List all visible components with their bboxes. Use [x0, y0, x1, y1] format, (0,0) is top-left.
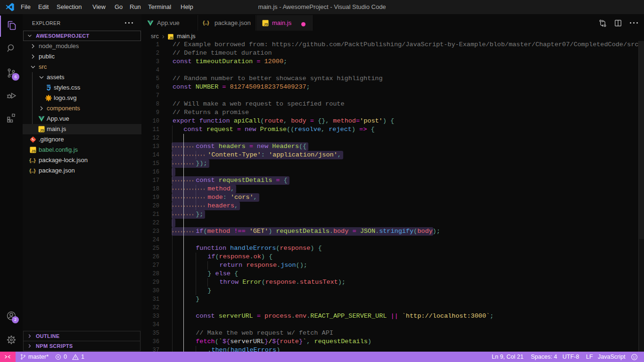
svg-text:JS: JS	[32, 149, 36, 153]
svg-text:JS: JS	[40, 128, 44, 132]
